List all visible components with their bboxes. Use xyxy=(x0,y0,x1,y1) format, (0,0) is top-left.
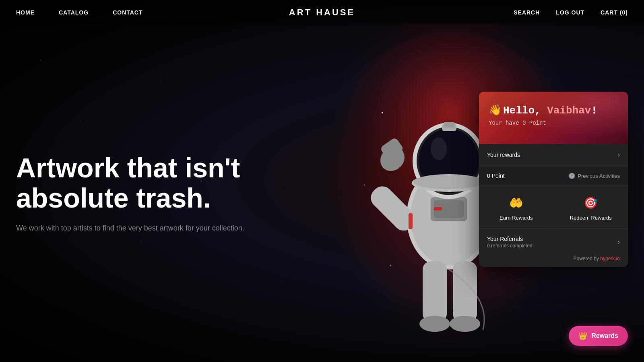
svg-point-11 xyxy=(413,175,484,189)
rewards-actions: 🤲 Earn Rewards 🎯 Redeem Rewards xyxy=(479,186,628,228)
nav-left: HOME CATALOG CONTACT xyxy=(16,9,143,16)
rewards-float-label: Rewards xyxy=(591,332,618,339)
username-label: Vaibhav xyxy=(547,105,591,117)
redeem-rewards-btn[interactable]: 🎯 Redeem Rewards xyxy=(554,186,628,228)
previous-activities-btn[interactable]: 🕐 Previous Activities xyxy=(568,173,620,179)
points-row: 0 Point 🕐 Previous Activities xyxy=(479,166,628,186)
nav-catalog[interactable]: CATALOG xyxy=(59,9,89,16)
svg-rect-17 xyxy=(423,261,447,322)
svg-point-29 xyxy=(390,265,391,266)
history-icon: 🕐 xyxy=(568,173,575,179)
earn-rewards-btn[interactable]: 🤲 Earn Rewards xyxy=(479,186,553,228)
referrals-chevron-icon: › xyxy=(618,239,620,246)
crown-icon: 👑 xyxy=(578,331,587,340)
earn-rewards-label: Earn Rewards xyxy=(500,215,533,221)
hero-content: Artwork that isn't absolute trash. We wo… xyxy=(16,153,278,234)
navigation: HOME CATALOG CONTACT ART HAUSE SEARCH LO… xyxy=(0,0,644,25)
redeem-icon: 🎯 xyxy=(583,195,599,211)
earn-icon: 🤲 xyxy=(508,195,524,211)
referrals-title: Your Referrals xyxy=(487,236,533,242)
rewards-panel: 👋Hello, Vaibhav! Your have 0 Point Your … xyxy=(479,92,628,267)
hero-subtitle: We work with top artists to find the ver… xyxy=(16,223,278,234)
points-value: 0 Point xyxy=(487,173,505,179)
previous-activities-label: Previous Activities xyxy=(578,173,620,179)
referrals-info: Your Referrals 0 referrals completed xyxy=(487,236,533,249)
rewards-float-button[interactable]: 👑 Rewards xyxy=(569,326,628,346)
nav-home[interactable]: HOME xyxy=(16,9,35,16)
exclaim: ! xyxy=(591,105,597,117)
rewards-body: Your rewards › 0 Point 🕐 Previous Activi… xyxy=(479,144,628,267)
your-rewards-label: Your rewards xyxy=(487,152,520,158)
redeem-rewards-label: Redeem Rewards xyxy=(570,215,612,221)
svg-rect-24 xyxy=(444,122,454,128)
nav-contact[interactable]: CONTACT xyxy=(113,9,142,16)
svg-point-25 xyxy=(382,112,383,113)
greeting-text: 👋Hello, Vaibhav! xyxy=(489,104,618,117)
powered-by-text: Powered by xyxy=(574,256,599,261)
svg-point-9 xyxy=(431,138,447,160)
svg-point-28 xyxy=(364,185,365,186)
greeting-label: Hello, xyxy=(503,105,547,117)
site-logo: ART HAUSE xyxy=(289,7,355,18)
nav-cart[interactable]: CART (0) xyxy=(601,9,628,16)
your-rewards-row[interactable]: Your rewards › xyxy=(479,144,628,166)
nav-search[interactable]: SEARCH xyxy=(514,9,540,16)
nav-logout[interactable]: LOG OUT xyxy=(556,9,584,16)
points-text: Your have 0 Point xyxy=(489,120,618,126)
svg-rect-5 xyxy=(434,207,442,210)
svg-rect-21 xyxy=(409,213,413,229)
powered-by: Powered by hyperk.io xyxy=(479,252,628,267)
svg-point-19 xyxy=(419,316,450,332)
wave-icon: 👋 xyxy=(489,104,502,117)
rewards-header: 👋Hello, Vaibhav! Your have 0 Point xyxy=(479,92,628,144)
hyperk-link[interactable]: hyperk.io xyxy=(600,256,620,261)
svg-point-20 xyxy=(450,316,480,332)
nav-right: SEARCH LOG OUT CART (0) xyxy=(514,9,628,16)
hero-title: Artwork that isn't absolute trash. xyxy=(16,153,278,213)
referrals-count: 0 referrals completed xyxy=(487,243,533,249)
chevron-right-icon: › xyxy=(618,151,620,158)
referrals-row[interactable]: Your Referrals 0 referrals completed › xyxy=(479,228,628,252)
